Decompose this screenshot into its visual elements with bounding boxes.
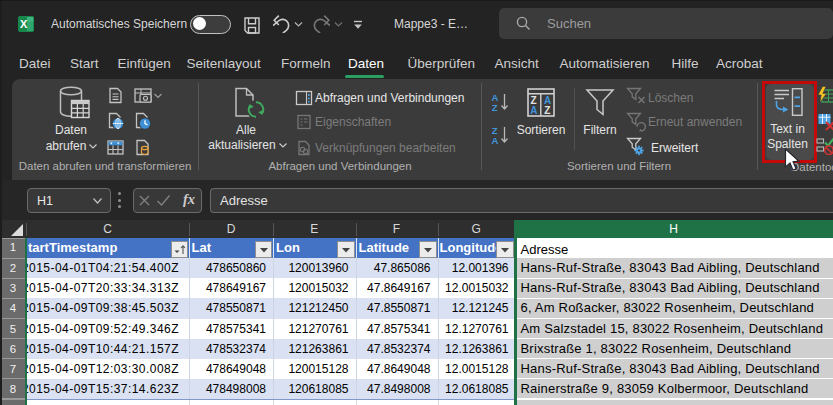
svg-text:A: A (492, 135, 499, 145)
svg-text:Z: Z (492, 102, 498, 112)
svg-text:A: A (530, 105, 537, 116)
svg-text:X: X (20, 18, 28, 30)
svg-text:Z: Z (544, 105, 550, 116)
